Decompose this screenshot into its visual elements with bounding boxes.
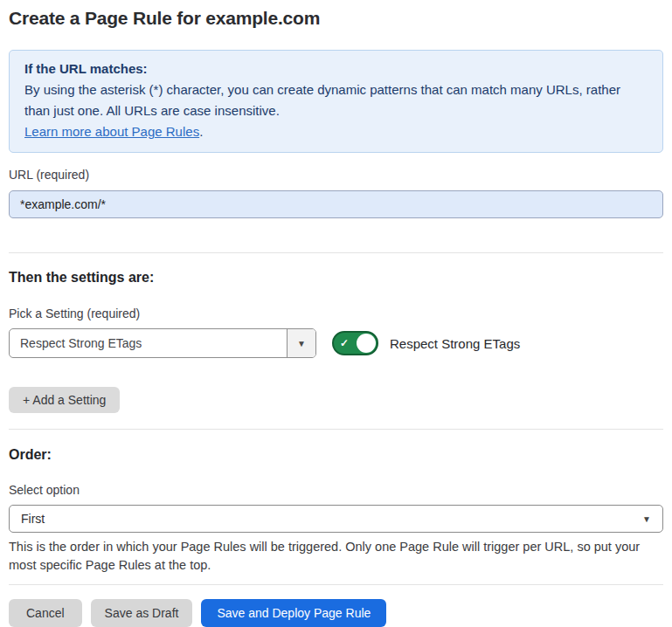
page-title: Create a Page Rule for example.com xyxy=(9,7,663,30)
etags-toggle[interactable]: ✓ xyxy=(332,331,378,355)
url-label: URL (required) xyxy=(9,168,663,183)
pick-setting-label: Pick a Setting (required) xyxy=(9,307,663,321)
check-icon: ✓ xyxy=(340,338,349,348)
create-page-rule-form: Create a Page Rule for example.com If th… xyxy=(0,0,672,627)
order-select[interactable]: First ▼ xyxy=(9,505,663,533)
settings-section-heading: Then the settings are: xyxy=(9,269,663,286)
chevron-down-icon: ▼ xyxy=(642,514,651,524)
setting-select-value: Respect Strong ETags xyxy=(10,329,287,357)
add-setting-button[interactable]: + Add a Setting xyxy=(9,387,120,413)
order-select-value: First xyxy=(21,512,642,526)
url-input[interactable] xyxy=(9,190,663,218)
save-as-draft-button[interactable]: Save as Draft xyxy=(91,599,193,627)
order-help-text: This is the order in which your Page Rul… xyxy=(9,538,663,575)
info-box-body: By using the asterisk (*) character, you… xyxy=(24,79,648,121)
setting-row: Respect Strong ETags ▼ ✓ Respect Strong … xyxy=(9,328,663,358)
save-and-deploy-button[interactable]: Save and Deploy Page Rule xyxy=(201,599,386,627)
toggle-knob xyxy=(357,334,376,353)
order-select-label: Select option xyxy=(9,483,663,498)
section-divider xyxy=(9,252,663,253)
order-section-heading: Order: xyxy=(9,446,663,464)
cancel-button[interactable]: Cancel xyxy=(9,599,82,627)
link-suffix: . xyxy=(199,124,203,139)
toggle-label: Respect Strong ETags xyxy=(390,336,520,351)
url-match-info-box: If the URL matches: By using the asteris… xyxy=(9,50,663,153)
section-divider xyxy=(9,584,663,585)
info-box-heading: If the URL matches: xyxy=(24,59,648,79)
chevron-down-icon[interactable]: ▼ xyxy=(287,329,315,357)
footer-button-row: Cancel Save as Draft Save and Deploy Pag… xyxy=(9,599,663,627)
info-box-link-line: Learn more about Page Rules. xyxy=(24,121,648,142)
learn-more-link[interactable]: Learn more about Page Rules xyxy=(24,124,199,139)
setting-select[interactable]: Respect Strong ETags ▼ xyxy=(9,328,316,358)
section-divider xyxy=(9,429,663,430)
